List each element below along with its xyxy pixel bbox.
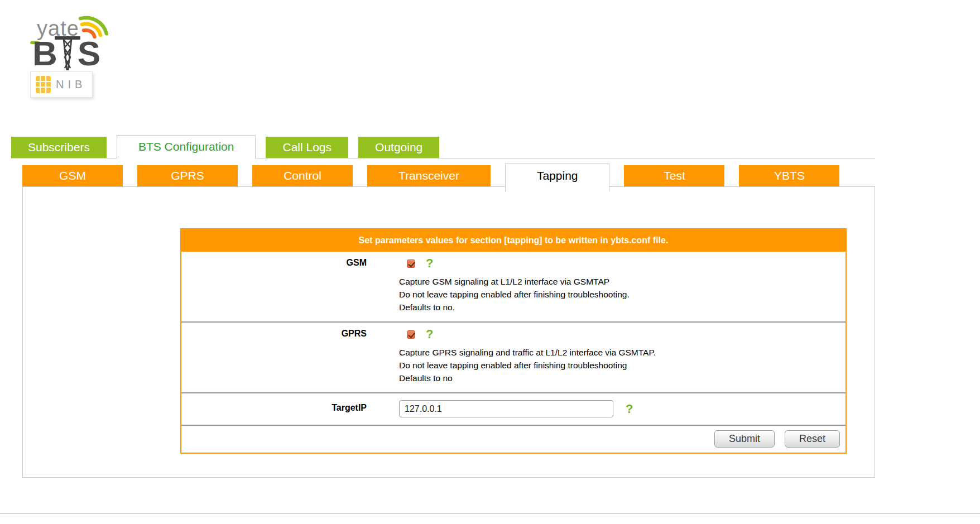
tab-outgoing[interactable]: Outgoing bbox=[358, 137, 439, 158]
field-content-gprs: ? Capture GPRS signaling and traffic at … bbox=[367, 323, 846, 392]
main-tab-bar: Subscribers BTS Configuration Call Logs … bbox=[11, 137, 875, 158]
tab-subscribers[interactable]: Subscribers bbox=[11, 137, 107, 158]
gprs-description: Capture GPRS signaling and traffic at L1… bbox=[399, 346, 834, 384]
footer-divider bbox=[0, 513, 980, 514]
desc-line: Capture GPRS signaling and traffic at L1… bbox=[399, 346, 834, 359]
subtab-control[interactable]: Control bbox=[252, 165, 353, 186]
subtab-transceiver[interactable]: Transceiver bbox=[367, 165, 491, 186]
desc-line: Defaults to no. bbox=[399, 301, 834, 314]
targetip-input-line: ? bbox=[399, 393, 834, 425]
form-row-targetip: TargetIP ? bbox=[181, 392, 846, 425]
desc-line: Capture GSM signaling at L1/L2 interface… bbox=[399, 275, 834, 288]
yatebts-logo: yate B S NIB bbox=[29, 4, 124, 100]
gsm-help-icon[interactable]: ? bbox=[426, 257, 433, 270]
nib-badge: NIB bbox=[30, 71, 93, 98]
gprs-tapping-checkbox[interactable] bbox=[407, 330, 415, 339]
targetip-help-icon[interactable]: ? bbox=[626, 403, 633, 415]
field-label-gprs: GPRS bbox=[181, 323, 367, 392]
tab-call-logs[interactable]: Call Logs bbox=[266, 137, 348, 158]
page-header: yate B S NIB bbox=[0, 0, 980, 137]
form-actions: Submit Reset bbox=[181, 425, 846, 453]
desc-line: Do not leave tapping enabled after finis… bbox=[399, 288, 834, 301]
field-content-targetip: ? bbox=[367, 393, 846, 425]
tapping-form: Set parameters values for section [tappi… bbox=[180, 228, 847, 454]
subtab-gprs[interactable]: GPRS bbox=[137, 165, 238, 186]
form-row-gprs: GPRS ? Capture GPRS signaling and traffi… bbox=[181, 321, 846, 392]
subtab-ybts[interactable]: YBTS bbox=[739, 165, 839, 186]
targetip-input[interactable] bbox=[399, 400, 613, 417]
radio-tower-icon bbox=[54, 35, 81, 70]
subtab-tapping[interactable]: Tapping bbox=[505, 164, 610, 191]
logo-bts-text: B S bbox=[32, 35, 100, 70]
tab-bts-configuration[interactable]: BTS Configuration bbox=[117, 135, 256, 158]
form-row-gsm: GSM ? Capture GSM signaling at L1/L2 int… bbox=[181, 252, 846, 321]
content-panel: Set parameters values for section [tappi… bbox=[22, 186, 875, 478]
gprs-checkbox-line: ? bbox=[399, 327, 834, 342]
gsm-description: Capture GSM signaling at L1/L2 interface… bbox=[399, 275, 834, 314]
field-label-targetip: TargetIP bbox=[181, 393, 367, 425]
sim-chip-icon bbox=[36, 76, 51, 93]
logo-letter-s: S bbox=[78, 37, 100, 70]
desc-line: Do not leave tapping enabled after finis… bbox=[399, 359, 834, 372]
submit-button[interactable]: Submit bbox=[714, 430, 775, 448]
gsm-tapping-checkbox[interactable] bbox=[407, 259, 415, 268]
nib-label: NIB bbox=[56, 78, 86, 91]
desc-line: Defaults to no bbox=[399, 372, 834, 384]
gprs-help-icon[interactable]: ? bbox=[426, 328, 433, 340]
gsm-checkbox-line: ? bbox=[399, 256, 834, 271]
form-header: Set parameters values for section [tappi… bbox=[181, 229, 846, 252]
subtab-test[interactable]: Test bbox=[624, 165, 724, 186]
field-label-gsm: GSM bbox=[181, 252, 367, 321]
subtab-gsm[interactable]: GSM bbox=[22, 165, 123, 186]
field-content-gsm: ? Capture GSM signaling at L1/L2 interfa… bbox=[367, 252, 846, 321]
reset-button[interactable]: Reset bbox=[785, 430, 840, 448]
sub-tab-bar: GSM GPRS Control Transceiver Tapping Tes… bbox=[22, 165, 980, 186]
